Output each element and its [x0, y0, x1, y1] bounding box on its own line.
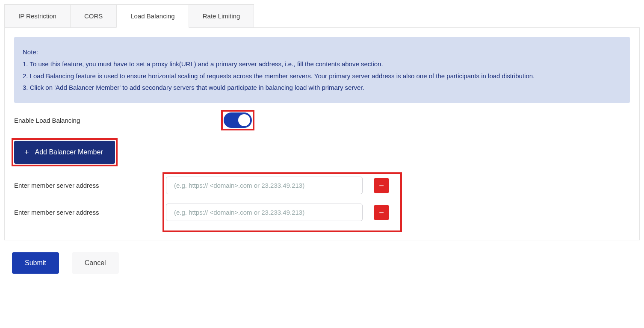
member-server-input[interactable] — [166, 177, 363, 194]
info-note: Note: 1. To use this feature, you must h… — [14, 37, 630, 103]
member-server-label: Enter member server address — [14, 182, 166, 189]
toggle-knob — [238, 114, 250, 126]
footer-actions: Submit Cancel — [4, 252, 640, 274]
note-line-3: 3. Click on 'Add Balancer Member' to add… — [23, 82, 621, 94]
member-server-input[interactable] — [166, 204, 363, 221]
enable-load-balancing-toggle[interactable] — [224, 112, 252, 128]
enable-load-balancing-label: Enable Load Balancing — [14, 117, 224, 124]
highlight-box — [12, 138, 118, 166]
remove-member-button[interactable]: − — [374, 205, 389, 220]
member-row: Enter member server address − — [14, 204, 630, 221]
load-balancing-panel: Note: 1. To use this feature, you must h… — [4, 27, 640, 240]
submit-button[interactable]: Submit — [12, 252, 59, 274]
note-line-1: 1. To use this feature, you must have to… — [23, 58, 621, 70]
minus-icon: − — [379, 208, 384, 217]
members-container: Enter member server address − Enter memb… — [14, 177, 630, 221]
tab-rate-limiting[interactable]: Rate Limiting — [189, 4, 254, 27]
tab-ip-restriction[interactable]: IP Restriction — [4, 4, 71, 27]
note-line-2: 2. Load Balancing feature is used to ens… — [23, 70, 621, 82]
minus-icon: − — [379, 181, 384, 190]
cancel-button[interactable]: Cancel — [72, 252, 119, 274]
note-heading: Note: — [23, 46, 621, 58]
tab-load-balancing[interactable]: Load Balancing — [116, 4, 189, 28]
member-row: Enter member server address − — [14, 177, 630, 194]
tab-cors[interactable]: CORS — [70, 4, 117, 27]
remove-member-button[interactable]: − — [374, 178, 389, 193]
tabs-bar: IP Restriction CORS Load Balancing Rate … — [4, 4, 640, 28]
enable-load-balancing-row: Enable Load Balancing — [14, 112, 630, 128]
member-server-label: Enter member server address — [14, 209, 166, 216]
